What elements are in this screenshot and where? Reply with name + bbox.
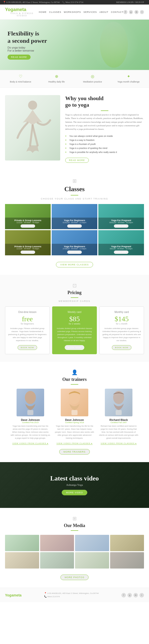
trainer-photo-0 [17,389,44,416]
feature-body-mind: ♡ Body & mind balance [3,74,39,84]
feature-meditation: ◎ Meditation practice [74,74,111,84]
trainer-link-2[interactable]: VIEW VIDEO FROM CLASSES ▸ [101,442,137,445]
nav-about[interactable]: ABOUT [99,11,108,13]
media-item-2[interactable] [75,535,109,551]
pricing-btn-2[interactable]: BOOK NOW [112,345,132,350]
class-card-title-0: Private & Group Lessons [7,219,49,222]
class-card-0: Private & Group Lessons 11/1/20 - 09:00a… [5,204,51,229]
pricing-period-1: for 2 weeks [55,323,94,325]
hero-cta-button[interactable]: READ MORE [8,55,31,60]
features-bar: ♡ Body & mind balance ⊕ Healthy daily li… [0,70,149,88]
class-card-title-5: Yoga For Pregnant [100,245,142,248]
trainer-cert-2: Certified Fall 1997 [99,421,139,424]
logo-tagline: YOGA & FITNESS STUDIO [5,12,39,17]
media-item-4[interactable] [5,552,39,569]
trainer-link-0[interactable]: VIEW VIDEO FROM CLASSES ▸ [12,442,48,445]
yoga-pose-svg [13,98,53,158]
class-card-overlay-5: Yoga For Pregnant 09/1/20 - 09:00am - 02… [98,244,144,255]
why-yoga-content: Why you should go to yoga Yoga is a phys… [65,95,144,163]
hero-content: Flexibility is a second power Do yoga to… [0,25,54,65]
pricing-price-2: $145 [102,315,141,323]
why-yoga-image-container [5,95,60,160]
footer-info: 📍 LOS ANGELES, 465 East 2 Street, Wilmin… [44,592,99,598]
facebook-icon[interactable]: f [123,10,127,14]
trainer-desc-1: Yoga has been transforming his life for … [54,425,95,440]
classes-section: ⊞ Classes CHOOSE YOUR CLASS AND START TR… [0,170,149,275]
more-photos-button[interactable]: MORE PHOTOS [60,575,89,580]
twitter-icon[interactable]: t [140,10,144,14]
video-button[interactable]: MORE VIDEO [62,490,87,495]
classes-grid: Private & Group Lessons 11/1/20 - 09:00a… [5,204,144,255]
nav-services[interactable]: SERVICES [84,11,97,13]
more-trainers-button[interactable]: MORE TRAINERS [59,449,90,455]
pricing-period-0: for beginners [8,323,47,325]
footer-google-icon[interactable]: g [127,593,132,597]
media-item-3[interactable] [110,535,144,551]
why-yoga-section: Why you should go to yoga Yoga is a phys… [0,88,149,170]
nav-contact[interactable]: CONTACT [111,11,123,13]
trainers-title: Our trainers [5,377,144,382]
pricing-card-2: Monthly card $145 for 1 month Includes u… [99,306,144,354]
google-icon[interactable]: g [129,10,133,14]
pricing-card-1: Weekly card $85 for 2 weeks Includes lim… [52,306,97,354]
pricing-desc-1: Includes limited group unlimited classes… [55,327,94,342]
pricing-card-title-2: Monthly card [102,311,141,313]
nav-home[interactable]: HOME [39,11,47,13]
pricing-icon: ⊡ [5,283,144,289]
trainer-desc-2: Richard has been certified and trained i… [99,425,139,440]
why-yoga-cta-button[interactable]: READ MORE [65,158,89,163]
pricing-divider [71,297,78,298]
pricing-btn-1[interactable]: BOOK NOW [65,345,85,350]
pricing-price-1: $85 [55,315,94,323]
media-title: Our Media [5,523,144,528]
class-book-btn-3[interactable]: BOOK NOW [21,251,35,254]
footer-facebook-icon[interactable]: f [121,593,126,597]
feature-label-1: Healthy daily life [48,80,65,83]
pricing-title: Pricing [5,290,144,295]
top-bar-login[interactable]: MEMBER LOGIN / SIGN UP [116,1,144,4]
video-section: Latest class video Ashtanga Yoga MORE VI… [0,462,149,508]
pricing-btn-0[interactable]: BOOK NOW [18,345,37,350]
trainer-card-0: Dave Johnson Certified Feb 2015 Yoga has… [10,389,50,445]
pricing-card-title-1: Weekly card [55,311,94,313]
benefit-4: Yoga is possible for anybody who really … [65,150,144,154]
class-card-title-3: Private & Group Lessons [7,245,49,248]
class-book-btn-1[interactable]: BOOK NOW [67,224,82,228]
footer-twitter-icon[interactable]: t [139,593,144,597]
media-item-6[interactable] [75,552,109,569]
svg-rect-4 [71,410,78,415]
footer-logo-container: Yogameta [5,593,22,597]
feature-icon-2: ◎ [74,74,111,79]
media-item-1[interactable] [40,535,74,551]
header-social: f g in t [123,10,144,14]
top-bar-phone: 📞 West 213-574-3714 [62,1,83,4]
class-card-2: Yoga For Pregnant 03/01/20 - 09:00am - 0… [98,204,144,229]
pricing-section: ⊡ Pricing MEMBERSHIP CARDS One-time less… [0,275,149,362]
classes-section-icon: ⊞ [5,178,144,184]
benefit-2: Yoga is a fountain of youth [65,142,144,146]
class-book-btn-0[interactable]: BOOK NOW [21,224,35,228]
logo[interactable]: Yogameta YOGA & FITNESS STUDIO [5,7,39,17]
class-book-btn-2[interactable]: BOOK NOW [114,224,128,228]
footer-linkedin-icon[interactable]: in [133,593,138,597]
trainer-face-svg-0 [20,390,40,415]
trainer-card-2: Richard Black Certified Fall 1997 Richar… [99,389,139,445]
feature-icon-3: ✦ [111,74,147,79]
pricing-price-0: free [8,315,47,323]
top-bar: 📍 LOS ANGELES, 465 East 2 Street, Wilmin… [0,0,149,5]
footer: Yogameta 📍 LOS ANGELES, 465 East 2 Stree… [0,588,149,602]
trainer-link-1[interactable]: VIEW VIDEO FROM CLASSES ▸ [56,442,93,445]
class-book-btn-5[interactable]: BOOK NOW [114,251,128,254]
media-item-7[interactable] [110,552,144,569]
trainer-cert-0: Certified Feb 2015 [10,421,50,424]
class-book-btn-4[interactable]: BOOK NOW [67,251,82,254]
linkedin-icon[interactable]: in [134,10,138,14]
nav-classes[interactable]: CLASSES [49,11,61,13]
media-item-0[interactable] [5,535,39,551]
svg-rect-2 [27,410,33,415]
trainer-name-0: Dave Johnson [10,418,50,421]
nav-workshops[interactable]: WORKSHOPS [64,11,81,13]
trainer-desc-0: Yoga has been transforming and has his a… [10,425,50,440]
media-item-5[interactable] [40,552,74,569]
view-more-classes-button[interactable]: VIEW MORE CLASSES [56,262,93,267]
